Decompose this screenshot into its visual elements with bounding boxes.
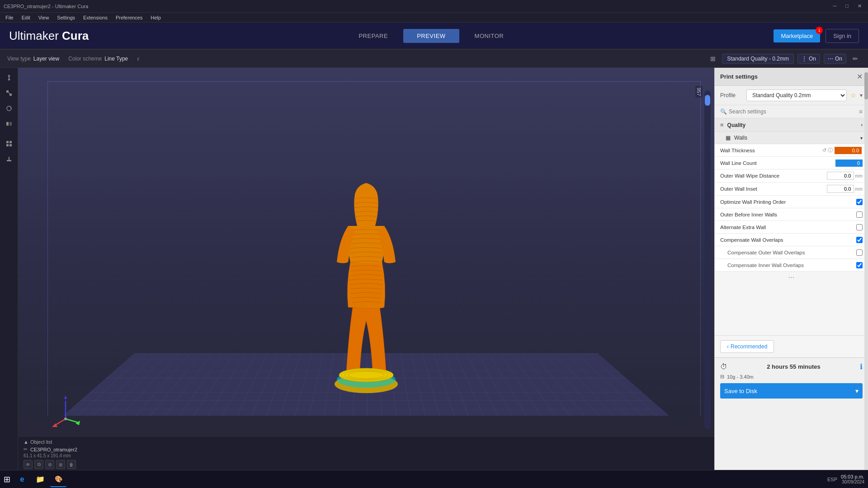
rotate-tool-btn[interactable] xyxy=(3,102,15,115)
quality-badge[interactable]: Standard Quality - 0.2mm xyxy=(722,54,794,64)
recommended-button[interactable]: ‹ Recommended xyxy=(720,340,774,353)
collapse-view-btn[interactable]: ‹ xyxy=(137,55,139,63)
menu-view[interactable]: View xyxy=(35,14,53,21)
alternate-extra-wall-label: Alternate Extra Wall xyxy=(720,225,856,230)
reset-icon[interactable]: ↺ xyxy=(822,147,826,153)
menu-file[interactable]: File xyxy=(2,14,17,21)
panel-header: Print settings ✕ xyxy=(715,68,868,86)
obj-group-btn[interactable]: ⊞ xyxy=(56,460,65,469)
adhesion-on-badge[interactable]: ⋯ On xyxy=(824,54,846,64)
wall-thickness-input[interactable] xyxy=(835,147,862,154)
svg-rect-6 xyxy=(6,141,9,143)
scale-tool-btn[interactable] xyxy=(3,87,15,99)
panel-close-btn[interactable]: ✕ xyxy=(857,72,863,81)
menu-help[interactable]: Help xyxy=(147,14,165,21)
alternate-extra-wall-checkbox[interactable] xyxy=(856,224,863,230)
taskbar-app-cura[interactable]: 🎨 xyxy=(50,472,66,487)
svg-marker-24 xyxy=(64,395,67,399)
signin-button[interactable]: Sign in xyxy=(826,29,859,43)
profile-select[interactable]: Standard Quality 0.2mm xyxy=(746,89,847,101)
close-btn[interactable]: ✕ xyxy=(855,3,864,9)
menu-settings[interactable]: Settings xyxy=(53,14,79,21)
outer-wall-wipe-input[interactable] xyxy=(827,172,854,180)
compensate-inner-overlaps-label: Compensate Inner Wall Overlaps xyxy=(720,263,856,268)
time-info-icon[interactable]: ℹ xyxy=(860,362,863,371)
viewport[interactable]: ▶ 957 ▲ Object list xyxy=(18,68,714,470)
favorite-icon[interactable]: ☆ xyxy=(850,92,856,99)
view-type-label: View type xyxy=(7,56,31,62)
arrange-tool-btn[interactable] xyxy=(3,137,15,150)
info-icon[interactable]: ⓘ xyxy=(828,147,833,154)
compensate-wall-overlaps-checkbox[interactable] xyxy=(856,237,863,243)
support-tool-btn[interactable] xyxy=(3,153,15,165)
adhesion-icon: ⋯ xyxy=(828,56,833,62)
svg-rect-1 xyxy=(9,94,12,96)
menu-edit[interactable]: Edit xyxy=(18,14,34,21)
compensate-inner-overlaps-row: Compensate Inner Wall Overlaps xyxy=(715,259,868,272)
support-on-badge[interactable]: ⋮ On xyxy=(797,54,820,64)
mirror-tool-btn[interactable] xyxy=(3,117,15,130)
search-icon: 🔍 xyxy=(720,108,727,115)
selection-guide-top xyxy=(47,81,701,82)
menubar: File Edit View Settings Extensions Prefe… xyxy=(0,13,868,23)
obj-duplicate-btn[interactable]: ⧉ xyxy=(34,460,43,469)
marketplace-button[interactable]: Marketplace 1 xyxy=(774,29,820,42)
menu-preferences[interactable]: Preferences xyxy=(112,14,146,21)
right-panel-scrollbar-thumb[interactable] xyxy=(864,72,868,99)
tab-preview[interactable]: PREVIEW xyxy=(403,29,459,43)
walls-subsection-header[interactable]: ▦ Walls ▾ xyxy=(715,132,868,144)
restore-btn[interactable]: □ xyxy=(843,3,851,9)
eye-icon[interactable]: ✏ xyxy=(850,53,861,64)
minimize-btn[interactable]: ─ xyxy=(830,3,840,9)
taskbar-date: 30/09/2024 xyxy=(841,479,864,484)
svg-rect-0 xyxy=(6,90,9,93)
optimize-wall-label: Optimize Wall Printing Order xyxy=(720,199,856,205)
taskbar-app-explorer[interactable]: 📁 xyxy=(32,472,48,487)
vertical-layer-handle[interactable] xyxy=(705,95,710,106)
view-type-value[interactable]: Layer view xyxy=(33,56,59,62)
color-scheme-item: Color scheme Line Type xyxy=(68,56,128,62)
obj-delete-btn[interactable]: 🗑 xyxy=(67,460,76,469)
settings-menu-icon[interactable]: ≡ xyxy=(859,108,863,115)
profile-row: Profile Standard Quality 0.2mm ☆ ▾ xyxy=(715,86,868,105)
marketplace-badge: 1 xyxy=(816,27,823,34)
object-list-header[interactable]: ▲ Object list xyxy=(24,439,709,445)
object-list-panel: ▲ Object list ✏ CE3PRO_otramujer2 61.1 x… xyxy=(18,436,714,470)
right-panel-scrollbar[interactable] xyxy=(864,68,868,470)
selection-guide-left xyxy=(47,81,48,416)
edit-icon: ✏ xyxy=(24,446,28,452)
optimize-wall-checkbox[interactable] xyxy=(856,199,863,205)
tab-monitor[interactable]: MONITOR xyxy=(461,29,518,43)
logo-bold: Cura xyxy=(62,29,89,42)
figure-3d xyxy=(321,181,411,398)
support-icon: ⋮ xyxy=(802,56,807,62)
obj-visible-btn[interactable]: 👁 xyxy=(24,460,33,469)
profile-chevron-icon[interactable]: ▾ xyxy=(860,92,863,99)
save-to-disk-button[interactable]: Save to Disk ▾ xyxy=(720,383,863,399)
collapse-icon: ▲ xyxy=(24,439,28,445)
outer-wall-inset-input[interactable] xyxy=(827,185,854,193)
vertical-layer-track[interactable] xyxy=(704,90,711,429)
menu-extensions[interactable]: Extensions xyxy=(80,14,111,21)
walls-chevron-icon[interactable]: ▾ xyxy=(860,136,863,141)
quality-chevron-icon[interactable]: ‹ xyxy=(861,122,863,127)
search-input[interactable] xyxy=(729,108,857,115)
outer-before-inner-checkbox[interactable] xyxy=(856,211,863,218)
color-scheme-value[interactable]: Line Type xyxy=(104,56,128,62)
filament-amount: 10g - 3.40m xyxy=(727,374,754,380)
start-button[interactable]: ⊞ xyxy=(4,474,10,484)
taskbar-app-edge[interactable]: e xyxy=(14,472,30,487)
svg-line-19 xyxy=(66,419,78,422)
wall-line-count-input[interactable] xyxy=(835,160,863,167)
compensate-outer-overlaps-checkbox[interactable] xyxy=(856,249,863,256)
compensate-inner-overlaps-checkbox[interactable] xyxy=(856,262,863,268)
compensate-outer-overlaps-label: Compensate Outer Wall Overlaps xyxy=(720,250,856,255)
svg-point-21 xyxy=(64,418,67,420)
tab-prepare[interactable]: PREPARE xyxy=(345,29,401,43)
obj-object-settings-btn[interactable]: ⚙ xyxy=(45,460,54,469)
object-list-label: Object list xyxy=(30,439,52,445)
window-controls[interactable]: ─ □ ✕ xyxy=(830,3,864,9)
quality-section-header[interactable]: ≡ Quality ‹ xyxy=(715,118,868,132)
move-tool-btn[interactable] xyxy=(3,71,15,84)
wall-thickness-row: Wall Thickness ↺ ⓘ xyxy=(715,144,868,157)
